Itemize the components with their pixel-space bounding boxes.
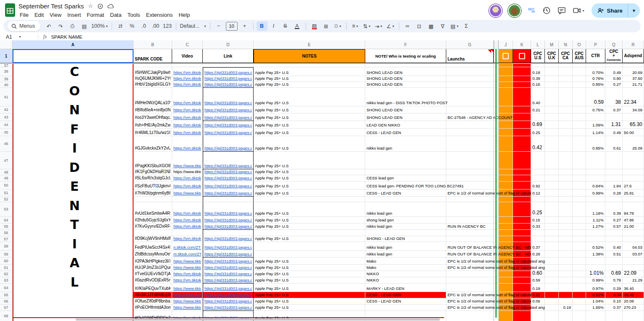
col-header-A[interactable]: A [13, 40, 134, 49]
cell-B60[interactable]: #2PA3kHPlgkez3l/XvA [134, 258, 172, 265]
cell-L66[interactable]: 0.06 [531, 298, 545, 305]
col-header-B[interactable]: B [134, 40, 172, 49]
cell-C45[interactable]: https://vm.tiktok.c [172, 129, 203, 136]
cell-D65[interactable]: https://4pl331d003.pages.dev [203, 292, 254, 298]
cell-D38[interactable]: https://4pl331d003.pages.dev [203, 67, 254, 76]
cell-G57[interactable] [446, 236, 494, 242]
cell-C46[interactable]: https://vm.tiktok.c [172, 136, 203, 152]
cell-J49[interactable] [499, 175, 513, 182]
select-all-corner[interactable] [0, 40, 13, 49]
cell-J56[interactable] [499, 230, 513, 236]
cell-E40[interactable]: Apple Pay 25+ U.S [254, 82, 365, 88]
confidential-column[interactable]: CONFIDENTIAL [13, 49, 134, 321]
horizontal-scrollbar[interactable] [76, 318, 440, 321]
cell-B62[interactable]: #TveGUEvVIkDTjANX0 [134, 271, 172, 277]
more-formats-button[interactable]: 123 [162, 21, 173, 31]
cell-O42[interactable] [573, 106, 586, 113]
cell-P41[interactable]: 0.59 [586, 88, 605, 106]
row-header-38[interactable]: 38 [0, 67, 13, 76]
cell-K45[interactable] [513, 129, 531, 136]
meet-video-call-icon[interactable]: ▾ [572, 6, 586, 15]
cell-G54[interactable] [446, 217, 494, 224]
cell-O62[interactable] [573, 271, 586, 277]
cell-N49[interactable] [559, 175, 573, 182]
cell-B57[interactable]: #D9KcjWV9nHMsfNEF [134, 236, 172, 242]
cell-C58[interactable]: n.tiktok.com/ZTM9 [172, 242, 203, 251]
menu-view[interactable]: View [47, 11, 64, 19]
cell-B44[interactable]: #sh+fHE/Ay2mkZwzXF [134, 121, 172, 129]
comments-icon[interactable] [557, 6, 566, 15]
cell-F67[interactable] [365, 305, 446, 311]
formula-input[interactable]: SPARK NAME [51, 34, 83, 39]
cell-D61[interactable]: https://4pl331d003.pages.dev [203, 265, 254, 271]
cell-R42[interactable]: 34.09 [623, 106, 644, 113]
cell-N48[interactable] [559, 169, 573, 175]
cell-J62[interactable] [499, 271, 513, 277]
cell-R40[interactable]: 21.71 [623, 82, 644, 88]
row-header-39[interactable]: 39 [0, 76, 13, 82]
cell-P38[interactable]: 0.70% [586, 67, 605, 76]
cell-R48[interactable] [623, 169, 644, 175]
cell-O53[interactable] [573, 202, 586, 217]
cell-P49[interactable] [586, 175, 605, 182]
row-header-66[interactable]: 66 [0, 298, 13, 305]
cell-J57[interactable] [499, 236, 513, 242]
cell-C50[interactable]: https://vm.tiktok.c [172, 182, 203, 189]
cell-J64[interactable] [499, 284, 513, 292]
collaborator-avatar-2[interactable] [508, 4, 521, 17]
cell-O66[interactable] [573, 298, 586, 305]
cell-N40[interactable] [559, 82, 573, 88]
cell-R65[interactable]: 35.42 [623, 292, 644, 298]
print-icon[interactable]: ⎙ [67, 21, 78, 31]
cell-J42[interactable] [499, 106, 513, 113]
cell-O67[interactable] [573, 305, 586, 311]
cell-C51[interactable]: https://www.tiktok [172, 189, 203, 197]
cell-P50[interactable]: 0.84% [586, 182, 605, 189]
cell-P48[interactable] [586, 169, 605, 175]
cell-P63[interactable]: 0.99% [586, 277, 605, 284]
cell-M43[interactable] [545, 113, 559, 121]
col-header-G[interactable]: G [446, 40, 494, 49]
cell-F49[interactable]: CESS lead gen [365, 175, 446, 182]
cell-B38[interactable]: #5HWICJakjPp9whDE [134, 67, 172, 76]
cell-Q61[interactable] [605, 265, 623, 271]
cell-N53[interactable] [559, 202, 573, 217]
cell-F55[interactable]: nikko lead gen [365, 224, 446, 230]
cell-G49[interactable] [446, 175, 494, 182]
cell-O59[interactable] [573, 251, 586, 258]
version-history-icon[interactable] [542, 6, 551, 15]
cell-M42[interactable] [545, 106, 559, 113]
horizontal-align-button[interactable]: ≡▾ [350, 21, 361, 31]
cell-L63[interactable]: 0.59 [531, 277, 545, 284]
col-header-L[interactable]: L [531, 40, 545, 49]
cell-N59[interactable] [559, 251, 573, 258]
cell-D55[interactable]: https://4pl331d003.pages.dev [203, 224, 254, 230]
cell-P45[interactable]: 1.14% [586, 129, 605, 136]
cell-F47[interactable] [365, 152, 446, 169]
cell-R44[interactable]: 65.30 [623, 121, 644, 129]
cell-M68[interactable] [545, 311, 559, 321]
functions-button[interactable]: Σ [461, 21, 472, 31]
cell-D1[interactable]: Link [203, 49, 254, 63]
cell-E48[interactable]: Apple Pay 25+ U.S [254, 169, 365, 175]
cell-B45[interactable]: #r46ML1z70u/wz1Cxgi [134, 129, 172, 136]
cell-G39[interactable] [446, 76, 494, 82]
row-header-63[interactable]: 63 [0, 277, 13, 284]
cell-Q50[interactable]: 1.84 [605, 182, 623, 189]
cell-G63[interactable] [446, 277, 494, 284]
cell-E62[interactable]: Apple Pay 25+ U.S [254, 271, 365, 277]
cell-D62[interactable]: https://4pl331d003.pages.dev [203, 271, 254, 277]
cell-J38[interactable] [499, 67, 513, 76]
cell-M50[interactable] [545, 182, 559, 189]
cell-M56[interactable] [545, 230, 559, 236]
cell-G66[interactable]: EPC is 1/2 of normal some sort of flag o… [446, 298, 494, 305]
cell-E60[interactable]: Apple Pay 25+ U.S [254, 258, 365, 265]
cell-D48[interactable]: https://4pl331d003.pages.dev [203, 169, 254, 175]
cell-B56[interactable] [134, 230, 172, 236]
cell-D46[interactable]: https://4pl331d003.pages.dev [203, 136, 254, 152]
cell-N61[interactable] [559, 265, 573, 271]
row-header-44[interactable]: 44 [0, 121, 13, 129]
cell-L38[interactable]: 0.18 [531, 67, 545, 76]
cell-P56[interactable] [586, 230, 605, 236]
cell-M49[interactable] [545, 175, 559, 182]
